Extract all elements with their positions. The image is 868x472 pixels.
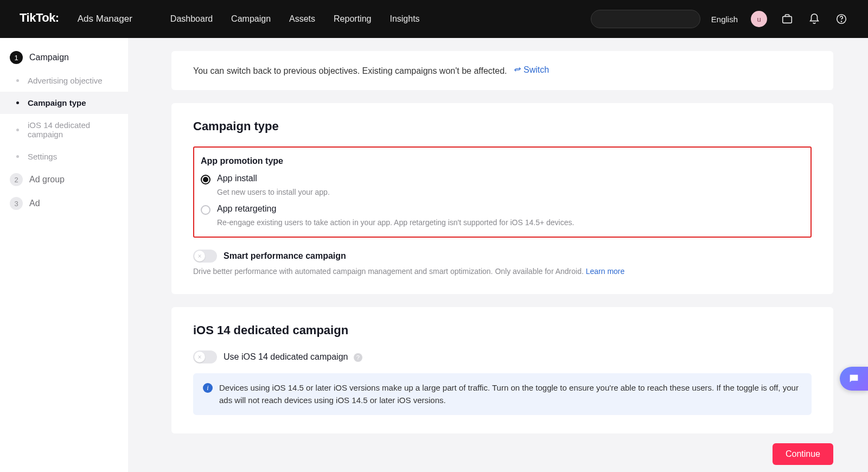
radio-label: App install xyxy=(217,174,257,183)
nav-links: Dashboard Campaign Assets Reporting Insi… xyxy=(170,14,420,24)
top-nav: TikTok: Ads Manager Dashboard Campaign A… xyxy=(0,0,868,38)
ios14-toggle[interactable] xyxy=(193,350,217,363)
continue-row: Continue xyxy=(171,443,833,465)
substep-settings[interactable]: Settings xyxy=(0,145,128,168)
switch-link[interactable]: Switch xyxy=(514,65,549,75)
avatar[interactable]: u xyxy=(751,11,767,27)
radio-app-install[interactable]: App install xyxy=(201,174,804,184)
radio-label: App retargeting xyxy=(217,204,276,214)
bell-icon[interactable] xyxy=(807,12,821,26)
nav-dashboard[interactable]: Dashboard xyxy=(170,14,213,24)
toggle-knob xyxy=(194,251,205,261)
svg-point-2 xyxy=(841,21,841,22)
learn-more-link[interactable]: Learn more xyxy=(586,267,625,276)
substep-ios14[interactable]: iOS 14 dedicated campaign xyxy=(0,114,128,145)
app-promo-label: App promotion type xyxy=(201,156,804,166)
ios14-toggle-row: Use iOS 14 dedicated campaign ? xyxy=(193,350,812,363)
main-content: You can switch back to previous objectiv… xyxy=(128,38,868,472)
radio-icon xyxy=(201,205,210,215)
substep-advertising-objective[interactable]: Advertising objective xyxy=(0,69,128,92)
question-icon[interactable]: ? xyxy=(354,353,362,362)
search-input[interactable] xyxy=(591,10,700,28)
product-name: Ads Manager xyxy=(61,7,142,31)
app-promotion-highlight: App promotion type App install Get new u… xyxy=(193,146,812,238)
step-number: 2 xyxy=(10,173,23,186)
svg-point-4 xyxy=(853,377,854,378)
avatar-initial: u xyxy=(757,15,761,23)
smart-performance-toggle[interactable] xyxy=(193,250,217,263)
nav-insights[interactable]: Insights xyxy=(390,14,419,24)
section-title: Campaign type xyxy=(193,119,812,133)
swap-icon xyxy=(514,66,521,74)
continue-button[interactable]: Continue xyxy=(773,443,833,465)
toggle-knob xyxy=(194,352,205,362)
substep-label: iOS 14 dedicated campaign xyxy=(28,120,118,139)
chat-fab[interactable] xyxy=(840,367,868,391)
substep-label: Settings xyxy=(28,152,57,161)
nav-assets[interactable]: Assets xyxy=(289,14,315,24)
briefcase-icon[interactable] xyxy=(780,12,794,26)
info-icon: i xyxy=(203,383,213,393)
ios14-card: iOS 14 dedicated campaign Use iOS 14 ded… xyxy=(171,307,833,433)
dot-icon xyxy=(16,129,19,131)
brand-name: TikTok: xyxy=(20,11,59,25)
logo[interactable]: TikTok: Ads Manager xyxy=(20,7,142,31)
ios14-info-box: i Devices using iOS 14.5 or later iOS ve… xyxy=(193,373,812,415)
switch-text: You can switch back to previous objectiv… xyxy=(193,66,507,75)
smart-toggle-label: Smart performance campaign xyxy=(224,251,346,261)
svg-point-3 xyxy=(852,377,853,378)
ios14-toggle-label: Use iOS 14 dedicated campaign ? xyxy=(224,352,362,362)
step-number: 3 xyxy=(10,197,23,210)
x-icon xyxy=(197,354,202,360)
sidebar: 1 Campaign Advertising objective Campaig… xyxy=(0,38,128,472)
step-label: Ad group xyxy=(29,175,65,184)
step-number: 1 xyxy=(10,51,23,64)
dot-icon xyxy=(16,79,19,82)
svg-point-5 xyxy=(855,377,856,378)
substep-label: Advertising objective xyxy=(28,76,103,85)
step-campaign[interactable]: 1 Campaign xyxy=(0,46,128,69)
radio-desc: Get new users to install your app. xyxy=(217,188,804,196)
step-ad-group[interactable]: 2 Ad group xyxy=(0,168,128,192)
ios14-toggle-text: Use iOS 14 dedicated campaign xyxy=(224,352,348,361)
radio-icon xyxy=(201,175,210,184)
step-label: Campaign xyxy=(29,53,69,62)
nav-campaign[interactable]: Campaign xyxy=(231,14,271,24)
switch-card: You can switch back to previous objectiv… xyxy=(171,51,833,90)
radio-desc: Re-engage existing users to take action … xyxy=(217,218,804,227)
smart-performance-toggle-row: Smart performance campaign xyxy=(193,250,812,263)
substep-campaign-type[interactable]: Campaign type xyxy=(0,92,128,114)
x-icon xyxy=(197,253,202,259)
chat-icon xyxy=(848,373,860,385)
step-ad[interactable]: 3 Ad xyxy=(0,192,128,215)
nav-reporting[interactable]: Reporting xyxy=(334,14,371,24)
help-icon[interactable] xyxy=(834,12,848,26)
ios14-info-text: Devices using iOS 14.5 or later iOS vers… xyxy=(219,382,802,406)
switch-link-label: Switch xyxy=(524,65,549,75)
svg-rect-0 xyxy=(783,16,792,23)
dot-icon xyxy=(16,155,19,158)
substep-label: Campaign type xyxy=(28,98,86,107)
dot-icon xyxy=(16,101,19,104)
section-title: iOS 14 dedicated campaign xyxy=(193,323,812,337)
smart-desc-text: Drive better performance with automated … xyxy=(193,267,586,276)
campaign-type-card: Campaign type App promotion type App ins… xyxy=(171,103,833,294)
radio-app-retargeting[interactable]: App retargeting xyxy=(201,204,804,215)
smart-toggle-desc: Drive better performance with automated … xyxy=(193,267,812,276)
language-selector[interactable]: English xyxy=(711,15,738,24)
step-label: Ad xyxy=(29,199,40,208)
